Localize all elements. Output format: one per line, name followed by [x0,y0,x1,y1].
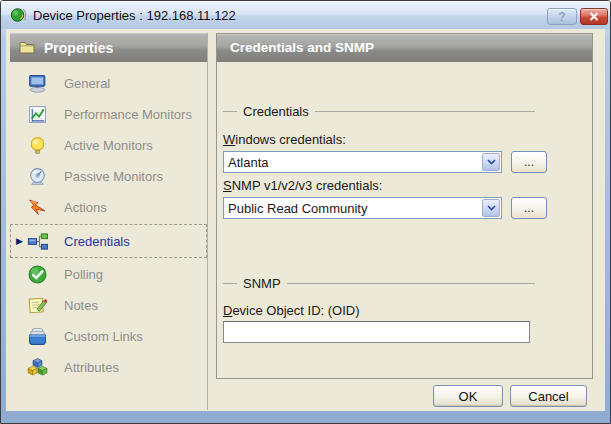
snmp-legend-label: SNMP [237,276,287,291]
windows-credentials-select[interactable]: Atlanta [223,151,502,173]
folder-icon [19,41,35,54]
snmp-credentials-browse-button[interactable]: ... [511,197,547,219]
windows-credentials-label: Windows credentials: [223,132,346,147]
app-globe-icon [9,6,27,24]
sidebar-item-passive-monitors[interactable]: Passive Monitors [10,161,207,192]
device-oid-input[interactable] [223,321,530,343]
sidebar-item-label: Passive Monitors [64,169,163,184]
sidebar-item-notes[interactable]: Notes [10,290,207,321]
close-button[interactable] [580,8,608,25]
sidebar-item-performance-monitors[interactable]: Performance Monitors [10,99,207,130]
panel-header: Credentials and SNMP [217,34,592,62]
sidebar-item-label: Notes [64,298,98,313]
sidebar-item-attributes[interactable]: Attributes [10,352,207,383]
green-check-icon [27,264,48,285]
help-label: ? [558,10,565,24]
sidebar-item-label: Polling [64,267,103,282]
sidebar-item-label: Credentials [64,234,130,249]
monitor-icon [27,73,48,94]
dialog-client-area: Properties General [6,29,605,411]
sidebar-nav: General Performance Monitors [10,68,207,383]
snmp-credentials-dropdown-button[interactable] [482,199,500,217]
legend-line [223,111,237,112]
sidebar-divider [207,33,208,410]
window-title: Device Properties : 192.168.11.122 [33,8,236,23]
selection-arrow-icon: ▶ [16,237,23,246]
chevron-down-icon [487,205,496,211]
sidebar-header-label: Properties [44,40,113,56]
sidebar-item-label: Attributes [64,360,119,375]
snmp-credentials-label: SNMP v1/v2/v3 credentials: [223,178,382,193]
device-properties-window: Device Properties : 192.168.11.122 ? Pro… [0,0,611,424]
sidebar-item-active-monitors[interactable]: Active Monitors [10,130,207,161]
sidebar-item-polling[interactable]: Polling [10,259,207,290]
sidebar-item-custom-links[interactable]: Custom Links [10,321,207,352]
windows-credentials-browse-button[interactable]: ... [511,151,547,173]
lightbulb-icon [27,135,48,156]
org-chart-icon [27,231,48,252]
sidebar-item-label: Active Monitors [64,138,153,153]
credentials-group-legend: Credentials [223,104,535,118]
sidebar-item-label: General [64,76,110,91]
sidebar-item-actions[interactable]: Actions [10,192,207,223]
orange-arrow-icon [27,197,48,218]
sidebar-item-general[interactable]: General [10,68,207,99]
sidebar-item-credentials[interactable]: ▶ Credentials [10,224,207,258]
dish-icon [27,166,48,187]
notepad-icon [27,295,48,316]
sidebar-item-label: Actions [64,200,107,215]
close-x-icon [589,12,599,21]
legend-line [287,283,535,284]
sidebar-item-label: Performance Monitors [64,107,192,122]
sidebar-header: Properties [10,33,207,62]
chevron-down-icon [487,159,496,165]
credentials-legend-label: Credentials [237,104,315,119]
sidebar-item-label: Custom Links [64,329,143,344]
windows-credentials-dropdown-button[interactable] [482,153,500,171]
cubes-icon [27,357,48,378]
cancel-button[interactable]: Cancel [510,385,587,407]
windows-credentials-value: Atlanta [224,155,481,170]
snmp-credentials-value: Public Read Community [224,201,481,216]
titlebar: Device Properties : 192.168.11.122 ? [1,1,610,29]
snmp-credentials-select[interactable]: Public Read Community [223,197,502,219]
snmp-group-legend: SNMP [223,276,535,290]
help-button[interactable]: ? [547,8,577,25]
legend-line [223,283,237,284]
ok-button[interactable]: OK [433,385,503,407]
chart-icon [27,104,48,125]
credentials-snmp-panel: Credentials and SNMP Credentials Windows… [216,33,593,379]
links-box-icon [27,326,48,347]
legend-line [315,111,535,112]
properties-sidebar: Properties General [10,33,207,383]
device-oid-label: Device Object ID: (OID) [223,303,360,318]
